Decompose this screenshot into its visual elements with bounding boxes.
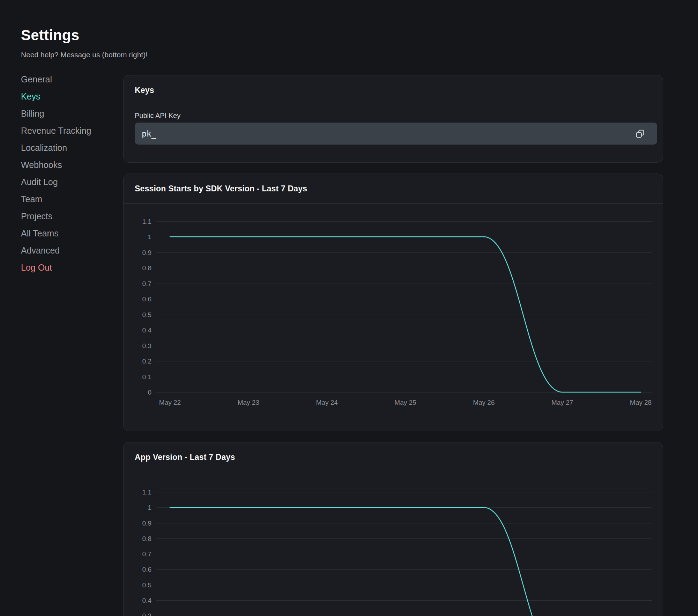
y-tick-label: 1.1 [142,218,151,225]
page-title: Settings [21,28,663,43]
app-chart-title: App Version - Last 7 Days [135,453,235,462]
sidebar-item-keys[interactable]: Keys [21,92,40,101]
y-tick-label: 0.5 [142,311,151,318]
sdk-version-chart: 1.110.90.80.70.60.50.40.30.20.10May 22Ma… [124,204,663,431]
y-tick-label: 0.9 [142,520,151,527]
y-tick-label: 0.8 [142,535,151,542]
y-tick-label: 0.6 [142,295,151,303]
sidebar-item-general[interactable]: General [21,75,52,84]
x-tick-label: May 22 [159,399,181,406]
y-tick-label: 0.7 [142,280,151,287]
series-line-sdk-version [170,237,641,392]
keys-card-body: Public API Key pk_ [124,112,663,145]
sdk-chart-header: Session Starts by SDK Version - Last 7 D… [124,174,663,204]
copy-api-key-button[interactable] [635,129,645,139]
sidebar-item-billing[interactable]: Billing [21,109,44,118]
app-version-chart-card: App Version - Last 7 Days 1.110.90.80.70… [123,442,663,616]
content-area: GeneralKeysBillingRevenue TrackingLocali… [21,75,663,616]
sidebar-item-log-out[interactable]: Log Out [21,263,52,272]
x-tick-label: May 28 [630,399,652,406]
sdk-chart-title: Session Starts by SDK Version - Last 7 D… [135,184,307,193]
keys-card: Keys Public API Key pk_ [123,75,663,163]
sidebar-item-revenue-tracking[interactable]: Revenue Tracking [21,126,91,135]
series-line-app-version [170,507,641,616]
app-version-chart: 1.110.90.80.70.60.50.40.30.20.10May 22Ma… [124,472,663,616]
x-tick-label: May 27 [551,399,573,406]
public-api-key-field[interactable]: pk_ [135,123,657,145]
y-tick-label: 0.3 [142,342,151,350]
y-tick-label: 0.8 [142,264,151,272]
y-tick-label: 0.3 [142,612,151,616]
sidebar-item-projects[interactable]: Projects [21,212,52,221]
y-tick-label: 0.7 [142,550,151,558]
keys-card-title: Keys [135,86,154,95]
y-tick-label: 1 [148,233,151,241]
public-api-key-label: Public API Key [135,112,657,119]
y-tick-label: 1 [148,504,151,511]
y-tick-label: 0 [148,389,151,396]
sidebar-item-localization[interactable]: Localization [21,144,67,152]
settings-page: Settings Need help? Message us (bottom r… [0,0,698,616]
page-subtitle: Need help? Message us (bottom right)! [21,51,663,59]
sidebar-item-team[interactable]: Team [21,195,42,204]
x-tick-label: May 23 [238,399,259,406]
y-tick-label: 1.1 [142,489,151,496]
x-tick-label: May 24 [316,399,338,406]
sdk-version-chart-card: Session Starts by SDK Version - Last 7 D… [123,174,663,431]
sidebar-item-webhooks[interactable]: Webhooks [21,161,62,169]
sidebar-list: GeneralKeysBillingRevenue TrackingLocali… [21,75,123,272]
sidebar-item-advanced[interactable]: Advanced [21,246,60,255]
x-tick-label: May 25 [394,399,416,406]
sidebar-item-all-teams[interactable]: All Teams [21,229,59,238]
y-tick-label: 0.6 [142,566,151,573]
sidebar: GeneralKeysBillingRevenue TrackingLocali… [21,75,123,616]
public-api-key-value: pk_ [142,129,156,138]
y-tick-label: 0.4 [142,597,152,604]
copy-icon [636,129,645,138]
x-tick-label: May 26 [473,399,495,406]
page-header: Settings Need help? Message us (bottom r… [21,28,663,59]
y-tick-label: 0.5 [142,581,151,589]
main-column: Keys Public API Key pk_ [123,75,663,616]
sidebar-item-audit-log[interactable]: Audit Log [21,178,58,186]
y-tick-label: 0.9 [142,249,151,256]
y-tick-label: 0.4 [142,327,152,334]
app-chart-header: App Version - Last 7 Days [124,442,663,472]
y-tick-label: 0.1 [142,373,151,381]
keys-card-header: Keys [124,75,663,105]
y-tick-label: 0.2 [142,358,151,365]
